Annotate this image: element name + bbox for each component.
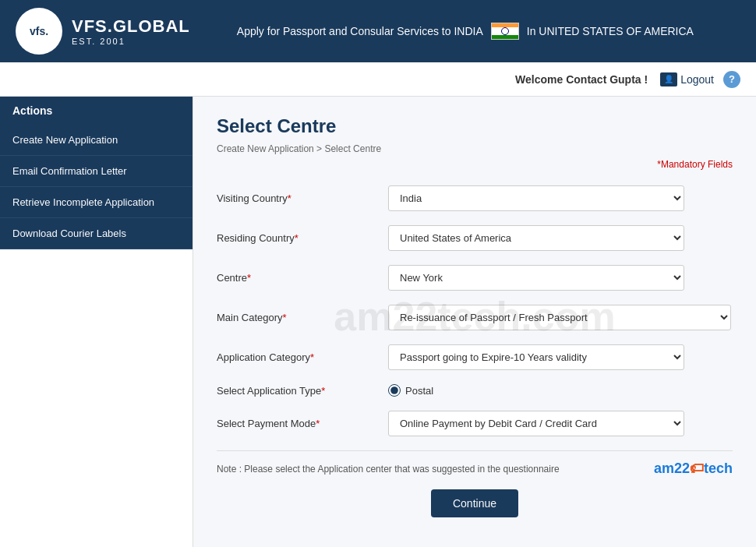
visiting-country-select[interactable]: India: [388, 185, 684, 211]
page-header: vfs. VFS.GLOBAL EST. 2001 Apply for Pass…: [0, 0, 756, 62]
logo-area: vfs. VFS.GLOBAL EST. 2001: [16, 8, 190, 55]
postal-label: Postal: [405, 385, 433, 397]
content-inner: am22tech.com Select Centre Create New Ap…: [217, 115, 733, 517]
sidebar: Actions Create New Application Email Con…: [0, 97, 193, 547]
sidebar-item-retrieve-incomplete[interactable]: Retrieve Incomplete Application: [0, 187, 193, 218]
brand-name: VFS.GLOBAL EST. 2001: [72, 16, 190, 46]
select-centre-form: Visiting Country* India Residing Country…: [217, 185, 733, 436]
header-tagline: Apply for Passport and Consular Services…: [190, 23, 740, 40]
sidebar-item-download-courier[interactable]: Download Courier Labels: [0, 218, 193, 249]
breadcrumb-current: Select Centre: [324, 143, 381, 154]
application-category-label: Application Category*: [217, 351, 388, 363]
application-type-row: Select Application Type* Postal: [217, 384, 733, 397]
application-category-row: Application Category* Passport going to …: [217, 344, 733, 370]
application-category-select[interactable]: Passport going to Expire-10 Years validi…: [388, 344, 684, 370]
subheader: Welcome Contact Gupta ! 👤 Logout ?: [0, 62, 756, 97]
centre-select[interactable]: New York: [388, 265, 684, 291]
mandatory-note: *Mandatory Fields: [217, 159, 733, 170]
centre-control: New York: [388, 265, 684, 291]
payment-mode-label: Select Payment Mode*: [217, 418, 388, 429]
payment-mode-select[interactable]: Online Payment by Debit Card / Credit Ca…: [388, 411, 684, 436]
payment-mode-control: Online Payment by Debit Card / Credit Ca…: [388, 411, 684, 436]
centre-row: Centre* New York: [217, 265, 733, 291]
note-section: Note : Please select the Application cen…: [217, 450, 733, 477]
postal-radio-label[interactable]: Postal: [388, 384, 684, 397]
breadcrumb-separator: >: [316, 143, 322, 154]
residing-country-label: Residing Country*: [217, 232, 388, 244]
residing-country-row: Residing Country* United States of Ameri…: [217, 225, 733, 251]
help-icon[interactable]: ?: [723, 71, 740, 88]
note-text: Note : Please select the Application cen…: [217, 464, 560, 475]
centre-label: Centre*: [217, 272, 388, 284]
welcome-message: Welcome Contact Gupta !: [515, 73, 648, 86]
page-title: Select Centre: [217, 115, 733, 137]
sidebar-item-create-new-application[interactable]: Create New Application: [0, 125, 193, 156]
logo-icon: vfs.: [16, 8, 62, 55]
logout-icon: 👤: [660, 72, 677, 86]
postal-radio[interactable]: [388, 384, 401, 397]
main-category-select[interactable]: Re-issuance of Passport / Fresh Passport: [388, 305, 731, 330]
visiting-country-label: Visiting Country*: [217, 192, 388, 204]
sidebar-header: Actions: [0, 97, 193, 125]
visiting-country-control: India: [388, 185, 684, 211]
residing-country-select[interactable]: United States of America: [388, 225, 684, 251]
residing-country-control: United States of America: [388, 225, 684, 251]
logout-button[interactable]: 👤 Logout: [660, 72, 714, 86]
application-type-control: Postal: [388, 384, 684, 397]
india-flag-icon: [491, 23, 519, 40]
continue-button[interactable]: Continue: [431, 489, 518, 517]
application-category-control: Passport going to Expire-10 Years validi…: [388, 344, 684, 370]
visiting-country-row: Visiting Country* India: [217, 185, 733, 211]
sidebar-item-email-confirmation[interactable]: Email Confirmation Letter: [0, 156, 193, 187]
main-content: am22tech.com Select Centre Create New Ap…: [193, 97, 756, 547]
application-type-label: Select Application Type*: [217, 385, 388, 397]
main-category-label: Main Category*: [217, 312, 388, 323]
payment-mode-row: Select Payment Mode* Online Payment by D…: [217, 411, 733, 436]
main-category-row: Main Category* Re-issuance of Passport /…: [217, 305, 733, 330]
main-layout: Actions Create New Application Email Con…: [0, 97, 756, 547]
am22tech-logo: am22🏷tech: [654, 461, 733, 477]
breadcrumb-home[interactable]: Create New Application: [217, 143, 314, 154]
breadcrumb: Create New Application > Select Centre: [217, 143, 733, 154]
main-category-control: Re-issuance of Passport / Fresh Passport: [388, 305, 731, 330]
